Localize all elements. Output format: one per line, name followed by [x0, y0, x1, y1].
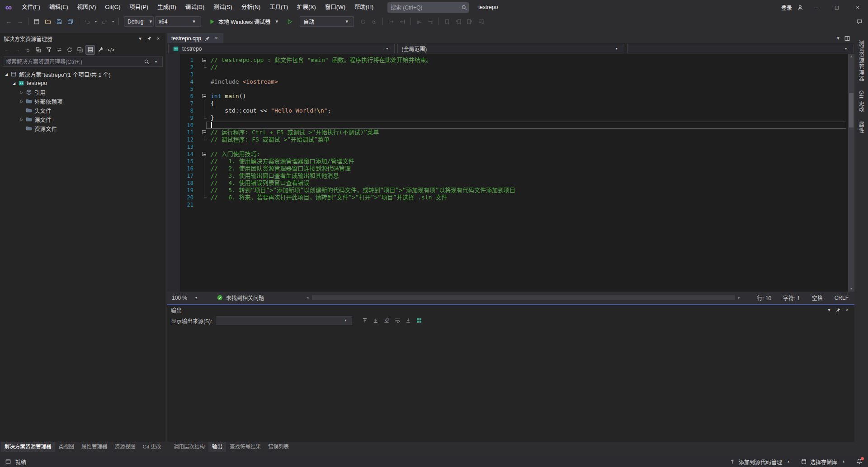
menu-debug[interactable]: 调试(D) [181, 0, 209, 15]
code-line-16[interactable]: 16// 2. 使用团队资源管理器窗口连接到源代码管理 [167, 165, 848, 172]
auto-hide-tab-properties[interactable]: 属性 [858, 122, 865, 133]
solution-explorer-search[interactable]: ▾ [3, 57, 163, 67]
scroll-down-icon[interactable]: ▾ [848, 286, 854, 292]
quick-search-input[interactable] [391, 5, 461, 11]
next-message-icon[interactable] [372, 317, 379, 324]
code-line-21[interactable]: 21 [167, 201, 848, 208]
start-debugging-button[interactable]: 本地 Windows 调试器 ▾ [205, 16, 283, 27]
indent-icon[interactable] [386, 17, 396, 27]
code-line-5[interactable]: 5 [167, 85, 848, 93]
pending-changes-filter-button[interactable] [44, 45, 53, 55]
auto-hide-tab-git-changes[interactable]: Git 更改 [858, 90, 865, 113]
tree-collapsed-icon[interactable]: ▷ [18, 99, 25, 104]
editor-vertical-scrollbar[interactable]: ▴ ▾ [848, 54, 854, 292]
code-line-17[interactable]: 17// 3. 使用输出窗口查看生成输出和其他消息 [167, 172, 848, 179]
back-icon[interactable]: ← [4, 17, 14, 27]
tree-item-source-files[interactable]: ▷源文件 [0, 115, 165, 124]
tree-item-solution[interactable]: ◢解决方案"testrepo"(1 个项目/共 1 个) [0, 70, 165, 79]
show-all-files-button[interactable] [85, 45, 95, 55]
scroll-left-icon[interactable]: ◂ [304, 294, 311, 302]
code-line-9[interactable]: 9} [167, 114, 848, 122]
code-line-19[interactable]: 19// 5. 转到“项目”>“添加新项”以创建新的代码文件，或转到“项目”>“… [167, 187, 848, 194]
code-line-7[interactable]: 7{ [167, 100, 848, 107]
tree-item-header-files[interactable]: 头文件 [0, 106, 165, 115]
preview-code-button[interactable]: </> [106, 45, 116, 55]
fold-collapse-icon[interactable] [202, 130, 206, 134]
pin-icon[interactable] [146, 35, 153, 42]
code-line-4[interactable]: 4#include <iostream> [167, 78, 848, 85]
close-icon[interactable]: × [155, 35, 162, 42]
new-window-icon[interactable] [32, 17, 42, 27]
scroll-up-icon[interactable]: ▴ [848, 54, 854, 59]
chevron-down-icon[interactable]: ▾ [826, 307, 833, 314]
bookmark-icon[interactable] [442, 17, 452, 27]
code-line-20[interactable]: 20// 6. 将来，若要再次打开此项目，请转到“文件”>“打开”>“项目”并选… [167, 194, 848, 201]
tree-item-project-testrepo[interactable]: ◢testrepo [0, 79, 165, 88]
code-line-2[interactable]: 2// [167, 64, 848, 71]
undo-icon[interactable] [82, 17, 92, 27]
menu-window[interactable]: 窗口(W) [321, 0, 350, 15]
menu-view[interactable]: 视图(V) [73, 0, 101, 15]
chevron-down-icon[interactable]: ▾ [111, 18, 115, 25]
menu-tools[interactable]: 工具(T) [265, 0, 292, 15]
tree-item-resource-files[interactable]: 资源文件 [0, 124, 165, 133]
bookmark-list-icon[interactable] [476, 17, 486, 27]
add-to-source-control-button[interactable]: 添加到源代码管理 ▴ [729, 458, 792, 466]
minimize-icon[interactable]: – [806, 0, 826, 15]
sync-button[interactable] [54, 45, 64, 55]
solution-explorer-search-input[interactable] [6, 59, 142, 65]
zoom-dropdown[interactable]: 100 % ▾ [167, 294, 204, 302]
status-spaces[interactable]: 空格 [806, 294, 829, 302]
open-folder-icon[interactable] [43, 17, 53, 27]
code-line-11[interactable]: 11// 运行程序: Ctrl + F5 或调试 >“开始执行(不调试)”菜单 [167, 129, 848, 136]
properties-button[interactable] [96, 45, 105, 55]
fold-margin[interactable] [201, 57, 210, 64]
close-icon[interactable]: × [844, 307, 851, 314]
start-no-debug-icon[interactable] [285, 17, 295, 27]
code-line-13[interactable]: 13 [167, 143, 848, 151]
code-line-10[interactable]: 10 [167, 122, 848, 129]
chevron-down-icon[interactable]: ▾ [152, 58, 160, 66]
switch-views-button[interactable] [33, 45, 43, 55]
project-dropdown[interactable]: testrepo ▾ [168, 44, 395, 53]
background-tasks-icon[interactable] [5, 458, 12, 465]
panel-tab-call-hierarchy[interactable]: 调用层次结构 [170, 442, 208, 452]
code-line-18[interactable]: 18// 4. 使用错误列表窗口查看错误 [167, 179, 848, 187]
document-tab-testrepo-cpp[interactable]: testrepo.cpp × [167, 33, 223, 43]
panel-tab-git-changes[interactable]: Git 更改 [139, 442, 165, 452]
collapse-all-button[interactable] [75, 45, 85, 55]
sign-in-button[interactable]: 登录 [781, 4, 792, 11]
panel-tab-error-list[interactable]: 错误列表 [264, 442, 292, 452]
code-line-1[interactable]: 1// testrepo.cpp : 此文件包含 "main" 函数。程序执行将… [167, 57, 848, 64]
menu-file[interactable]: 文件(F) [17, 0, 45, 15]
quick-search-box[interactable] [387, 2, 469, 13]
member-dropdown[interactable]: ▾ [627, 44, 854, 53]
chevron-down-icon[interactable]: ▾ [94, 18, 98, 25]
outdent-icon[interactable] [397, 17, 407, 27]
tree-collapsed-icon[interactable]: ▷ [18, 90, 25, 94]
menu-test[interactable]: 测试(S) [209, 0, 237, 15]
panel-tab-resource-view[interactable]: 资源视图 [111, 442, 139, 452]
menu-edit[interactable]: 编辑(E) [45, 0, 73, 15]
autoscroll-icon[interactable] [405, 317, 412, 324]
tree-expanded-icon[interactable]: ◢ [10, 81, 18, 85]
redo-icon[interactable] [99, 17, 109, 27]
panel-tab-output[interactable]: 输出 [208, 442, 226, 452]
platform-dropdown[interactable]: x64▾ [155, 16, 201, 27]
prev-bookmark-icon[interactable] [453, 17, 463, 27]
document-health-indicator[interactable]: 未找到相关问题 [216, 294, 264, 302]
word-wrap-icon[interactable] [394, 317, 401, 324]
output-source-dropdown[interactable]: ▾ [217, 316, 352, 325]
editor-horizontal-scrollbar[interactable]: ◂ ▸ [304, 294, 743, 302]
back-button[interactable]: ← [2, 45, 12, 55]
menu-build[interactable]: 生成(B) [153, 0, 181, 15]
scope-dropdown[interactable]: (全局范围) ▾ [397, 44, 624, 53]
tree-item-references[interactable]: ▷引用 [0, 88, 165, 97]
configuration-dropdown[interactable]: Debug▾ [124, 16, 154, 27]
panel-tab-find-symbol-results[interactable]: 查找符号结果 [226, 442, 264, 452]
fold-collapse-icon[interactable] [202, 94, 206, 98]
scrollbar-thumb[interactable] [849, 93, 854, 127]
code-line-6[interactable]: 6int main() [167, 93, 848, 100]
auto-hide-tab-test-explorer[interactable]: 测试资源管理器 [858, 40, 865, 81]
tree-item-external-dependencies[interactable]: ▷外部依赖项 [0, 97, 165, 106]
